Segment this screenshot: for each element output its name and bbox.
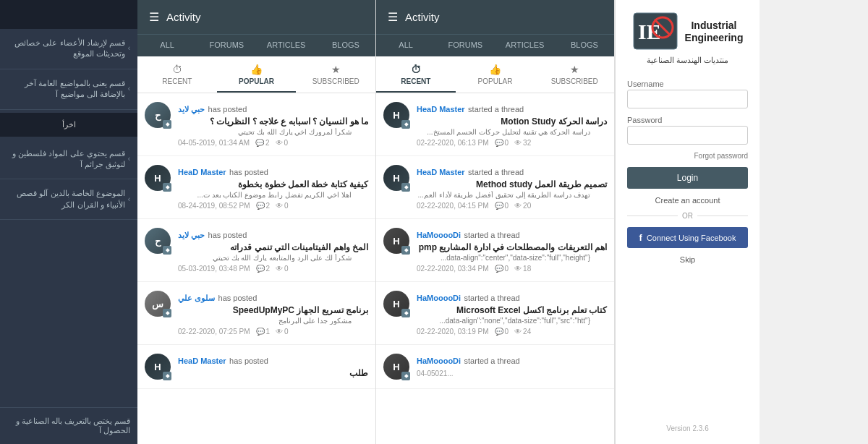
table-row[interactable]: ح ◆ حبي لايد has posted ما هو النسيان ؟ … [137, 93, 375, 156]
feed-excerpt: مشكور جدا على البرنامج [178, 317, 352, 325]
facebook-button[interactable]: f Connect Using Facebook [627, 227, 748, 248]
sidebar-item-bottom2[interactable]: قسم يختص بالتعريف باله الصناعية و الحصول… [0, 407, 137, 444]
subtab-recent-right[interactable]: ⏱ RECENT [376, 56, 456, 93]
login-panel: IE Industrial Engineering منتديات الهندس… [615, 0, 760, 444]
avatar: H ◆ [383, 291, 409, 317]
subtab-popular-right[interactable]: 👍 POPULAR [456, 56, 535, 93]
recent-icon-right: ⏱ [411, 64, 421, 75]
create-account-link[interactable]: Create an account [655, 196, 720, 205]
table-row[interactable]: H ◆ HaMooooDi started a thread كتاب تعلم… [376, 282, 614, 345]
sidebar-item-general[interactable]: › قسم يعنى بالمواضيع العامة آخر بالإضافة… [0, 69, 137, 110]
feed-body: حبي لايد has posted المخ واهم الفيتامينا… [178, 228, 368, 273]
feed-author[interactable]: حبي لايد [178, 105, 205, 114]
tab-all-right[interactable]: ALL [376, 35, 435, 56]
subtab-popular-left[interactable]: 👍 POPULAR [217, 56, 297, 93]
feed-excerpt: {"data-align":"center","data-size":"full… [417, 254, 590, 262]
feed-excerpt: اهلا اخي الكريم تفضل رابط موضوع الكتاب ب… [178, 191, 352, 199]
right-panel-header: ☰ Activity [376, 0, 614, 34]
feed-action: has posted [208, 105, 247, 114]
feed-body: HeaD Master started a thread دراسة الحرك… [417, 102, 607, 147]
feed-body: سلوى علي has posted برنامج تسريع الجهاز … [178, 291, 368, 336]
feed-author[interactable]: HeaD Master [178, 168, 226, 176]
password-field: Password [627, 116, 748, 145]
feed-action: started a thread [468, 105, 524, 114]
feed-author[interactable]: HeaD Master [417, 105, 465, 114]
left-sub-tab-row: ⏱ RECENT 👍 POPULAR ★ SUBSCRIBED [137, 56, 375, 93]
feed-title[interactable]: المخ واهم الفيتامينات التي تنمي قدراته [178, 242, 368, 252]
tab-blogs-left[interactable]: BLOGS [316, 35, 375, 56]
table-row[interactable]: ح ◆ حبي لايد has posted المخ واهم الفيتا… [137, 219, 375, 282]
feed-date: 02-22-2020, 06:13 PM [417, 139, 489, 147]
forgot-password-link[interactable]: Forgot password [627, 152, 748, 160]
sidebar-item-guide[interactable]: › قسم لإرشاد الأعضاء على خصائص وتحديثات … [0, 29, 137, 69]
left-feed-list: ح ◆ حبي لايد has posted ما هو النسيان ؟ … [137, 93, 375, 444]
feed-body: HaMooooDi started a thread كتاب تعلم برن… [417, 291, 607, 336]
feed-title[interactable]: طلب [178, 368, 368, 378]
subscribed-icon-right: ★ [570, 64, 579, 75]
table-row[interactable]: H ◆ HeaD Master started a thread دراسة ا… [376, 93, 614, 156]
feed-title[interactable]: تصميم طريقة العمل Method study [417, 179, 607, 189]
tab-forums-right[interactable]: FORUMS [435, 35, 495, 56]
table-row[interactable]: س ◆ سلوى علي has posted برنامج تسريع الج… [137, 282, 375, 345]
table-row[interactable]: H ◆ HaMooooDi started a thread 04-05021.… [376, 345, 614, 389]
popular-icon-left: 👍 [250, 64, 263, 75]
feed-title[interactable]: كيفية كتابة خطة العمل خطوة بخطوة [178, 179, 368, 189]
password-label: Password [627, 116, 748, 124]
feed-author[interactable]: HeaD Master [178, 357, 226, 365]
feed-body: HaMooooDi started a thread 04-05021... [417, 354, 607, 377]
feed-author[interactable]: HaMooooDi [417, 231, 461, 239]
avatar: ح ◆ [145, 228, 171, 254]
feed-title[interactable]: ما هو النسيان ؟ اسبابه ع علاجه ؟ النظريا… [178, 116, 368, 127]
feed-author[interactable]: حبي لايد [178, 231, 205, 239]
sidebar-item-palestine[interactable]: › قسم يحتوي على المواد فلسطين و لتوثيق ج… [0, 140, 137, 180]
password-input[interactable] [627, 126, 748, 145]
comment-count: 💬 2 [256, 202, 271, 210]
feed-author[interactable]: سلوى علي [178, 294, 215, 302]
tab-forums-left[interactable]: FORUMS [197, 35, 256, 56]
comment-count: 💬 0 [495, 328, 509, 336]
subtab-subscribed-right[interactable]: ★ SUBSCRIBED [535, 56, 614, 93]
chevron-icon: › [128, 195, 130, 205]
hamburger-icon[interactable]: ☰ [388, 10, 398, 24]
view-count: 👁 32 [514, 139, 531, 147]
feed-author[interactable]: HaMooooDi [417, 357, 461, 365]
feed-title[interactable]: كتاب تعلم برنامج اكسل Microsoft Excel [417, 305, 607, 315]
login-button[interactable]: Login [627, 167, 748, 189]
tab-articles-right[interactable]: ARTICLES [495, 35, 555, 56]
table-row[interactable]: H ◆ HaMooooDi started a thread اهم التعر… [376, 219, 614, 282]
table-row[interactable]: H ◆ HeaD Master started a thread تصميم ط… [376, 156, 614, 219]
feed-title[interactable]: اهم التعريفات والمصطلحات في ادارة المشار… [417, 242, 607, 252]
username-input[interactable] [627, 90, 748, 108]
feed-author[interactable]: HaMooooDi [417, 294, 461, 302]
sidebar-more-btn[interactable]: اخرأ [0, 113, 137, 137]
subtab-recent-left[interactable]: ⏱ RECENT [137, 56, 217, 93]
view-count: 👁 0 [276, 202, 289, 210]
subtab-subscribed-left[interactable]: ★ SUBSCRIBED [296, 56, 375, 93]
comment-count: 💬 0 [495, 139, 509, 147]
tab-all-left[interactable]: ALL [137, 35, 197, 56]
hamburger-icon[interactable]: ☰ [149, 10, 159, 24]
chevron-icon: › [128, 154, 130, 164]
avatar: H ◆ [383, 102, 409, 128]
sidebar-item-bottom[interactable]: › الموضوع الخاصة بالدين آلو قصص الأنبياء… [0, 179, 137, 220]
chevron-icon: › [128, 43, 130, 54]
feed-title[interactable]: دراسة الحركة Motion Study [417, 116, 607, 127]
tab-articles-left[interactable]: ARTICLES [257, 35, 316, 56]
feed-title[interactable]: برنامج تسريع الجهاز SpeedUpMyPC [178, 305, 368, 315]
feed-author[interactable]: HeaD Master [417, 168, 465, 176]
table-row[interactable]: H ◆ HeaD Master has posted كيفية كتابة خ… [137, 156, 375, 219]
tab-blogs-right[interactable]: BLOGS [555, 35, 614, 56]
comment-count: 💬 0 [495, 265, 509, 273]
popular-icon-right: 👍 [489, 64, 501, 75]
table-row[interactable]: H ◆ HeaD Master has posted طلب [137, 345, 375, 389]
feed-body: حبي لايد has posted ما هو النسيان ؟ اسبا… [178, 102, 368, 147]
avatar: س ◆ [145, 291, 171, 317]
right-sub-tab-row: ⏱ RECENT 👍 POPULAR ★ SUBSCRIBED [376, 56, 614, 93]
logo-text-en2: Engineering [685, 32, 744, 44]
feed-meta: 04-05021... [417, 370, 607, 377]
skip-link[interactable]: Skip [680, 255, 695, 264]
feed-date: 02-22-2020, 03:19 PM [417, 328, 489, 336]
top-logo [0, 0, 137, 29]
logo-text-ar: منتديات الهندسة الصناعية [647, 56, 728, 65]
feed-action: has posted [208, 231, 247, 239]
